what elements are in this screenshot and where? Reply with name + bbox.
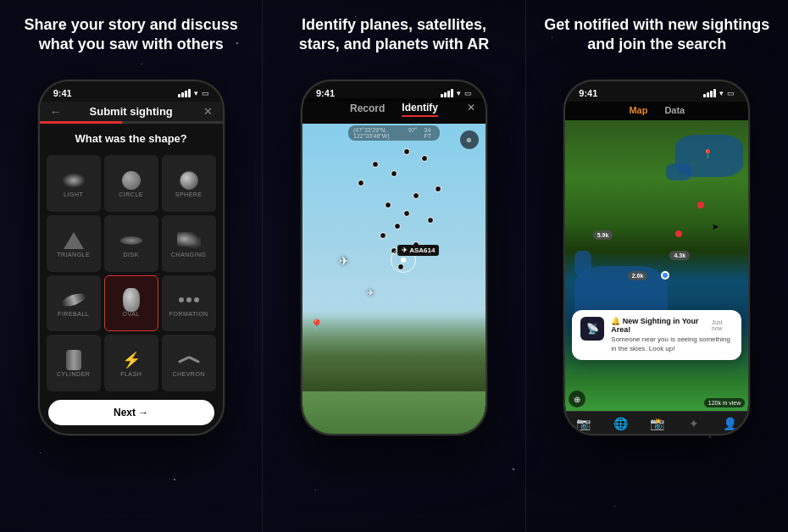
shape-sphere-cell[interactable]: SPHERE [162,155,216,212]
phone-3-status-icons: ▾ ▭ [703,89,735,97]
back-icon[interactable]: ← [50,105,62,119]
ar-coords-text: (47°33'29"N, 122°03'48"W) [353,127,402,139]
ar-aircraft-icon-2: ✈ [367,288,374,297]
map-water-2 [574,251,591,276]
shape-disk-icon [118,231,145,250]
next-button[interactable]: Next → [48,400,214,425]
shape-oval-label: OVAL [123,311,140,317]
map-in-view-label: 120k in view [704,398,746,407]
panel-1: Share your story and discuss what you sa… [0,0,262,532]
ar-dot-14 [435,186,441,192]
map-arrow: ➤ [712,222,719,231]
phone-2-status-icons: ▾ ▭ [441,89,472,97]
battery-icon-2: ▭ [464,89,472,97]
phone-1-frame: 9:41 ▾ ▭ ← Submit sig [38,80,225,435]
toast-icon: 📡 [580,317,604,341]
map-cluster-1: 5.9k [593,230,613,240]
ar-trees [302,315,486,391]
phone-2-frame: 9:41 ▾ ▭ Record Ident [301,80,487,435]
toast-time: Just now [712,319,734,331]
map-pin-1: 📍 [702,149,713,158]
map-pin-red-1 [697,202,704,208]
battery-icon-3: ▭ [727,89,735,97]
toast-body: Someone near you is seeing something in … [611,335,733,353]
signal-icon-2 [441,89,453,97]
shape-fireball-label: FIREBALL [58,311,89,317]
ar-dot-10 [380,232,386,239]
shape-light-icon [60,171,87,190]
shape-disk-cell[interactable]: DISK [104,215,158,272]
map-lake-2 [666,163,691,180]
shape-cylinder-label: CYLINDER [57,371,90,377]
phone-1-status-bar: 9:41 ▾ ▭ [40,81,223,102]
phone-1-time: 9:41 [53,88,72,98]
map-user-location [661,271,669,280]
close-icon-2[interactable]: ✕ [467,102,475,114]
bottom-icon-profile[interactable]: 👤 [712,417,748,430]
shape-flash-icon: ⚡ [118,351,145,369]
shape-changing-cell[interactable]: CHANGING [162,215,216,272]
shape-triangle-label: TRIANGLE [57,252,90,258]
tab-map[interactable]: Map [629,105,647,115]
shape-formation-cell[interactable]: FORMATION [162,275,216,332]
shape-changing-icon [175,231,203,250]
shape-triangle-cell[interactable]: TRIANGLE [47,215,101,272]
ar-weather-text: 34 FT [425,127,435,139]
close-icon[interactable]: ✕ [203,105,213,118]
shape-oval-cell[interactable]: OVAL [104,275,158,332]
ar-view: (47°33'29"N, 122°03'48"W) 97° 34 FT ⊕ [302,124,486,434]
ar-target-center [401,258,406,263]
battery-icon: ▭ [202,89,209,97]
shape-cylinder-icon [60,351,87,369]
ar-alt-text: 97° [408,127,418,139]
shape-circle-label: CIRCLE [119,191,143,197]
shape-cylinder-cell[interactable]: CYLINDER [47,335,101,391]
map-cluster-2: 4.3k [669,251,690,260]
shape-circle-cell[interactable]: CIRCLE [104,155,158,212]
tab-data[interactable]: Data [664,105,685,115]
shape-changing-label: CHANGING [171,252,207,258]
signal-icon [178,89,191,97]
wifi-icon: ▾ [194,89,198,97]
panel-1-caption: Share your story and discuss what you sa… [8,15,253,66]
phone-3-time: 9:41 [579,88,597,98]
ar-aircraft-icon-1: ✈ [339,254,349,268]
shape-chevron-cell[interactable]: CHEVRON [162,335,216,391]
ar-dot-8 [385,202,391,208]
shape-light-cell[interactable]: LIGHT [47,155,101,212]
phone-2-nav: Record Identify ✕ [302,98,486,124]
tab-identify[interactable]: Identify [402,102,438,117]
panel-3-caption: Get notified with new sightings and join… [535,15,780,66]
panel-3: Get notified with new sightings and join… [526,0,788,532]
ar-compass: ⊕ [460,130,479,149]
notification-toast: 📡 🔔 New Sighting in Your Area! Just now … [572,310,741,360]
nav-title: Submit sighting [90,105,173,118]
ar-coords-bar: (47°33'29"N, 122°03'48"W) 97° 34 FT [348,125,440,141]
phone-2-time: 9:41 [316,88,335,98]
phone-1-nav: ← Submit sighting ✕ [40,102,223,121]
phone-1-status-icons: ▾ ▭ [178,89,209,97]
shape-oval-icon [118,291,145,309]
ar-dot-1 [358,180,364,186]
ar-dot-15 [427,217,434,224]
signal-icon-3 [703,89,716,97]
bottom-icon-camera[interactable]: 📷 [565,417,602,430]
shape-fireball-icon [60,291,87,309]
app-container: Share your story and discuss what you sa… [0,0,788,532]
bottom-icon-star[interactable]: ✦ [675,417,712,430]
shape-triangle-icon [60,231,87,250]
bottom-icon-map[interactable]: 🌐 [602,417,639,430]
shape-flash-cell[interactable]: ⚡ FLASH [104,335,158,391]
ar-dot-6 [413,192,419,199]
phone-3-status-bar: 9:41 ▾ ▭ [565,81,748,102]
ar-dot-5 [421,155,428,162]
tab-record[interactable]: Record [350,103,385,116]
bottom-icon-ar[interactable]: 📸 [639,417,675,430]
shape-circle-icon [118,171,145,190]
phone-3-nav: Map Data [565,102,748,120]
toast-header: 🔔 New Sighting in Your Area! Just now [611,317,733,334]
ar-dot-3 [391,170,397,177]
panel-2-caption: Identify planes, satellites, stars, and … [271,15,516,66]
shape-fireball-cell[interactable]: FIREBALL [47,275,101,332]
shape-light-label: LIGHT [64,191,83,197]
